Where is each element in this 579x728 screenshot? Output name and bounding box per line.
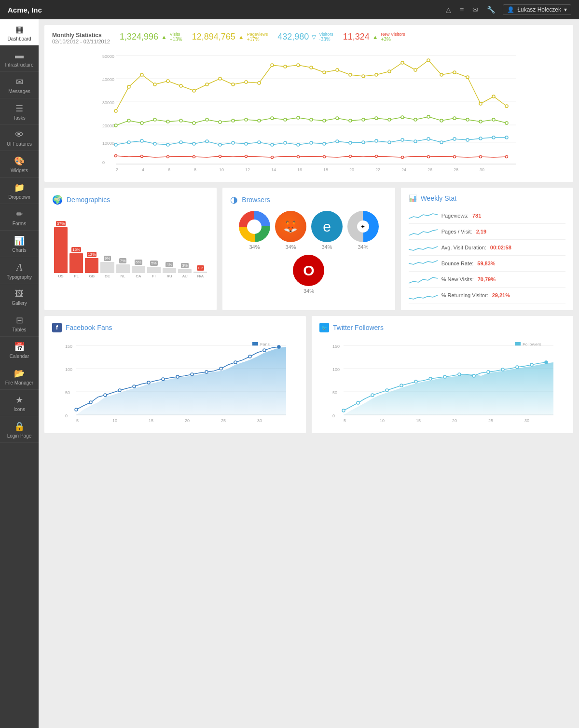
new-visitors-label: New Visitors [381, 32, 405, 37]
svg-point-64 [193, 122, 195, 124]
sidebar-item-calendar[interactable]: 📅 Calendar [0, 337, 39, 363]
visits-change: +13% [170, 37, 182, 42]
demo-bar-de: 9% DE [100, 256, 114, 278]
svg-point-118 [492, 136, 495, 139]
stat-pageviews-label: Pageviews: [441, 213, 469, 219]
sidebar-item-gallery[interactable]: 🖼 Gallery [0, 284, 39, 310]
sidebar-item-infrastructure[interactable]: ▬ Infrastructure [0, 46, 39, 72]
svg-point-92 [153, 142, 156, 145]
svg-point-126 [271, 156, 274, 159]
svg-text:14: 14 [271, 167, 276, 172]
demo-bar-fill-gb [85, 258, 98, 273]
svg-point-154 [89, 401, 92, 404]
svg-point-124 [219, 155, 221, 158]
svg-text:30: 30 [480, 167, 484, 172]
svg-point-192 [443, 375, 446, 378]
svg-point-73 [310, 118, 313, 121]
svg-point-94 [179, 141, 182, 144]
sidebar-item-icons[interactable]: ★ Icons [0, 390, 39, 416]
svg-point-61 [153, 118, 156, 121]
sidebar-item-typography[interactable]: A Typography [0, 257, 39, 284]
sidebar-item-widgets[interactable]: 🎨 Widgets [0, 151, 39, 178]
svg-point-190 [414, 380, 417, 383]
svg-point-113 [427, 137, 430, 140]
stat-pageviews: 12,894,765 ▲ Pageviews +17% [192, 32, 268, 42]
weekly-stat-label: Weekly Stat [421, 194, 456, 202]
sidebar-item-messages[interactable]: ✉ Messages [0, 72, 39, 98]
sidebar-label-dropdown: Dropdown [8, 194, 30, 200]
sidebar: ▦ Dashboard ▬ Infrastructure ✉ Messages … [0, 19, 39, 728]
svg-text:20: 20 [185, 418, 190, 423]
browsers-icon: ◑ [230, 194, 238, 205]
demo-pct-nl: 7% [119, 258, 127, 263]
svg-text:12: 12 [245, 167, 250, 172]
visitors-arrow: ▽ [312, 34, 316, 41]
svg-point-88 [505, 122, 508, 124]
svg-point-72 [297, 116, 300, 119]
svg-text:0: 0 [332, 413, 335, 418]
monthly-line-chart: 50000 40000 30000 20000 10000 0 2 4 [52, 48, 565, 175]
sidebar-item-dashboard[interactable]: ▦ Dashboard [0, 19, 39, 46]
dashboard-icon: ▦ [15, 24, 24, 35]
svg-point-53 [453, 71, 456, 74]
svg-point-84 [453, 117, 456, 120]
three-col-row: 🌍 Demographics 37% US 16% PL [44, 188, 573, 316]
svg-point-27 [114, 110, 117, 112]
safari-pct: 34% [358, 244, 368, 250]
svg-point-133 [454, 156, 456, 158]
demo-bar-fill-fi [147, 267, 161, 273]
tasks-icon: ☰ [15, 103, 23, 114]
stat-item-bounce-rate: Bounce Rate: 59,83% [409, 256, 565, 272]
widgets-icon: 🎨 [14, 156, 25, 166]
sidebar-label-dashboard: Dashboard [8, 36, 31, 41]
ie-pct: 34% [321, 244, 332, 250]
sidebar-label-calendar: Calendar [10, 354, 29, 359]
demo-pct-gb: 12% [87, 252, 96, 257]
stat-avg-duration-value: 00:02:58 [490, 245, 511, 250]
user-menu[interactable]: 👤 Łukasz Holeczek ▾ [503, 4, 571, 15]
sidebar-item-login-page[interactable]: 🔒 Login Page [0, 416, 39, 443]
svg-point-48 [388, 70, 391, 73]
globe-icon: 🌍 [52, 194, 63, 205]
svg-point-114 [440, 141, 443, 144]
svg-text:50000: 50000 [102, 54, 114, 59]
sidebar-label-forms: Forms [13, 221, 26, 226]
sidebar-label-typography: Typography [7, 275, 32, 280]
sidebar-item-file-manager[interactable]: 📂 File Manager [0, 363, 39, 390]
two-col-row: f Facebook Fans Fans 150 100 50 0 [44, 316, 573, 439]
svg-point-130 [375, 155, 378, 158]
sidebar-item-tables[interactable]: ⊟ Tables [0, 310, 39, 337]
demo-pct-na: 1% [197, 265, 205, 271]
sidebar-item-tasks[interactable]: ☰ Tasks [0, 98, 39, 125]
svg-text:15: 15 [416, 418, 421, 423]
ui-features-icon: 👁 [15, 130, 24, 140]
svg-point-87 [492, 118, 495, 121]
weekly-stat-card: 📊 Weekly Stat Pageviews: 781 [401, 188, 573, 310]
svg-point-102 [284, 141, 287, 144]
stat-item-avg-duration: Avg. Visit Duration: 00:02:58 [409, 240, 565, 256]
menu-icon[interactable]: ≡ [460, 6, 464, 14]
sidebar-item-forms[interactable]: ✏ Forms [0, 204, 39, 231]
settings-icon[interactable]: 🔧 [487, 6, 495, 14]
svg-text:Fans: Fans [260, 342, 270, 347]
sidebar-label-ui-features: UI Features [7, 141, 32, 147]
mini-chart-avg-duration [409, 242, 438, 253]
demo-bar-na: 1% N/A [193, 265, 207, 278]
svg-point-123 [193, 156, 195, 158]
svg-point-47 [375, 73, 378, 76]
firefox-icon: 🦊 [275, 211, 306, 242]
mail-icon[interactable]: ✉ [472, 6, 478, 14]
svg-point-165 [248, 355, 251, 358]
svg-text:150: 150 [332, 344, 340, 349]
sidebar-item-ui-features[interactable]: 👁 UI Features [0, 125, 39, 151]
sidebar-item-dropdown[interactable]: 📁 Dropdown [0, 178, 39, 204]
chrome-pct: 34% [249, 244, 260, 250]
sidebar-item-charts[interactable]: 📊 Charts [0, 231, 39, 257]
stat-item-new-visits: % New Visits: 70,79% [409, 272, 565, 288]
svg-text:150: 150 [65, 344, 72, 349]
alert-icon[interactable]: △ [446, 6, 451, 14]
mini-chart-returning [409, 289, 438, 301]
svg-point-160 [176, 375, 179, 378]
pageviews-arrow: ▲ [238, 34, 244, 41]
svg-point-38 [258, 82, 261, 84]
